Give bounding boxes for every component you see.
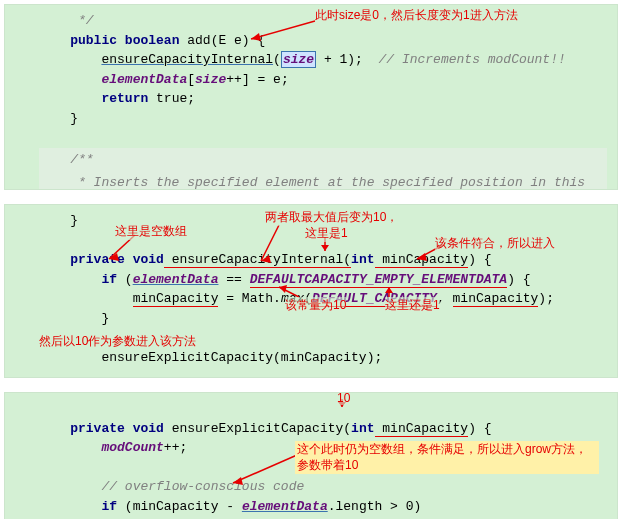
javadoc-open: /** (39, 148, 607, 172)
line-ensure-capacity: ensureCapacityInternal(size + 1); // Inc… (39, 50, 607, 70)
method-signature-eec: private void ensureExplicitCapacity(int … (39, 419, 607, 439)
annotation-then-10: 然后以10作为参数进入该方法 (39, 333, 196, 350)
annotation-const-10: 该常量为10 (285, 297, 346, 314)
line-close-brace: } (39, 109, 607, 129)
blank (39, 399, 607, 419)
method-signature-eci: private void ensureCapacityInternal(int … (39, 250, 607, 270)
annotation-empty-array: 这里是空数组 (115, 223, 187, 240)
line-if-default: if (elementData == DEFAULTCAPACITY_EMPTY… (39, 270, 607, 290)
code-block-2: 这里是空数组 两者取最大值后变为10， 这里是1 该条件符合，所以进入 该常量为… (4, 204, 618, 378)
annotation-highlight-grow: 这个此时仍为空数组，条件满足，所以进入grow方法，参数带着10 (295, 441, 599, 474)
line-elementdata-assign: elementData[size++] = e; (39, 70, 607, 90)
code-block-3: 10 这个此时仍为空数组，条件满足，所以进入grow方法，参数带着10 priv… (4, 392, 618, 519)
code-block-1: 此时size是0，然后长度变为1进入方法 */ public boolean a… (4, 4, 618, 190)
line-ensure-explicit: ensureExplicitCapacity(minCapacity); (39, 348, 607, 368)
size-variable: size (281, 51, 316, 68)
line-comment-overflow: // overflow-conscious code (39, 477, 607, 497)
annotation-still-1: 这里还是1 (385, 297, 440, 314)
javadoc-line: * Inserts the specified element at the s… (39, 171, 607, 190)
method-signature-add: public boolean add(E e) { (39, 31, 607, 51)
annotation-max-10: 两者取最大值后变为10， (265, 209, 398, 226)
line-if-grow: if (minCapacity - elementData.length > 0… (39, 497, 607, 517)
blank (39, 128, 607, 148)
annotation-condition-match: 该条件符合，所以进入 (435, 235, 555, 252)
annotation-size0: 此时size是0，然后长度变为1进入方法 (315, 7, 518, 24)
annotation-here-1: 这里是1 (305, 225, 348, 242)
annotation-10-value: 10 (337, 392, 350, 405)
line-return: return true; (39, 89, 607, 109)
